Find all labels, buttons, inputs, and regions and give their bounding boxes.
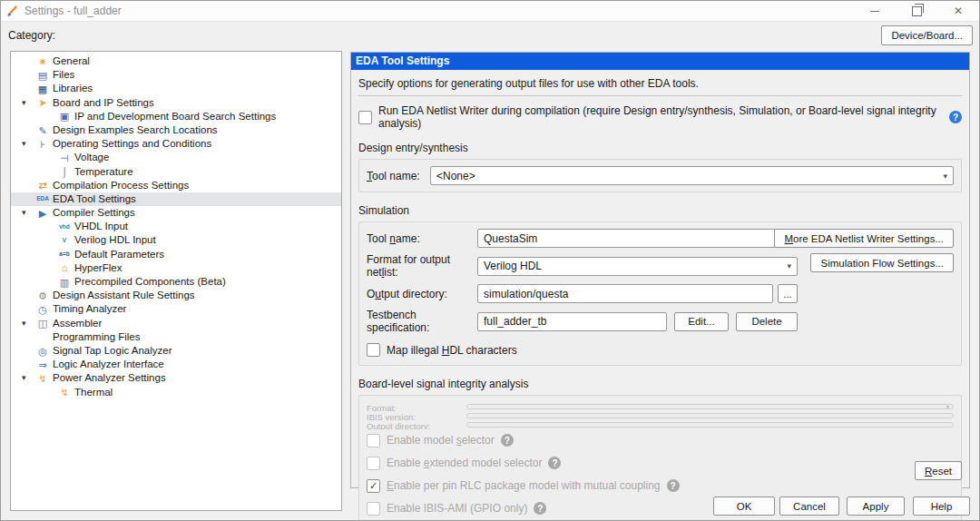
tree-item-eda-tool-settings[interactable]: EDAEDA Tool Settings (11, 192, 341, 206)
reset-button[interactable]: Reset (915, 461, 962, 480)
tree-item-general[interactable]: ✷General (11, 54, 341, 68)
tree-item-assembler[interactable]: ▾◫Assembler (11, 317, 341, 330)
eda-tool-icon: EDA (34, 192, 51, 205)
tree-item-design-assistant-rule-settings[interactable]: ⚙Design Assistant Rule Settings (11, 289, 341, 302)
apply-button[interactable]: Apply (847, 496, 905, 516)
tree-item-label: Logic Analyzer Interface (51, 358, 164, 371)
tree-item-label: Files (51, 68, 74, 82)
bl-output-dir-label: Output directory: (367, 421, 466, 429)
bl-output-dir-field (466, 422, 954, 428)
run-eda-netlist-writer-label: Run EDA Netlist Writer during compilatio… (378, 104, 943, 130)
sim-tool-name-combo[interactable]: QuestaSim ▾ (477, 229, 798, 248)
tree-item-label: VHDL Input (73, 220, 128, 233)
expand-arrow-icon[interactable]: ▾ (18, 137, 34, 151)
category-tree: ✷General▤Files▦Libraries▾➤Board and IP S… (10, 51, 342, 511)
temperature-icon: ⌡ (56, 165, 73, 178)
tree-item-label: Default Parameters (73, 248, 164, 261)
map-illegal-hdl-checkbox[interactable] (367, 343, 380, 357)
tree-item-programming-files[interactable]: Programming Files (11, 330, 341, 344)
default-parameters-icon: a=b (56, 248, 73, 260)
tree-item-label: Libraries (51, 82, 93, 95)
board-level-checkbox-row: Enable model selector? (367, 433, 954, 447)
help-button[interactable]: Help (913, 496, 970, 516)
tree-item-operating-settings-and-conditions[interactable]: ▾⊦Operating Settings and Conditions (11, 137, 341, 151)
tree-item-libraries[interactable]: ▦Libraries (11, 82, 341, 95)
sim-testbench-label: Testbench specification: (367, 309, 477, 334)
sim-testbench-input[interactable] (477, 312, 667, 331)
design-entry-group: Tool name: <None> ▾ (358, 159, 962, 192)
design-assistant-icon: ⚙ (34, 290, 51, 302)
help-icon[interactable]: ? (949, 111, 962, 123)
tree-item-label: EDA Tool Settings (51, 192, 136, 206)
tree-item-label: HyperFlex (73, 261, 122, 275)
sim-output-dir-input[interactable] (477, 284, 773, 303)
checkbox-label: Enable IBIS-AMI (GPIO only) (387, 502, 527, 515)
expand-arrow-icon[interactable]: ▾ (18, 206, 34, 220)
close-button[interactable]: ✕ (937, 1, 979, 21)
divider (358, 95, 962, 96)
precompiled-components-icon: ▥ (56, 276, 73, 289)
tree-item-power-analyzer-settings[interactable]: ▾↯Power Analyzer Settings (11, 371, 341, 385)
hyperflex-icon: ⌂ (56, 261, 73, 274)
window-controls: ✕ (854, 1, 979, 21)
assembler-icon: ◫ (34, 317, 51, 329)
checkbox-label: Enable per pin RLC package model with mu… (387, 479, 661, 492)
tree-item-label: Design Examples Search Locations (51, 123, 218, 137)
tree-item-label: Timing Analyzer (51, 302, 126, 316)
enable-model-selector-checkbox[interactable] (367, 434, 380, 447)
board-level-checkbox-row: Enable extended model selector? (367, 456, 954, 470)
compiler-icon: ▶ (34, 207, 51, 220)
expand-arrow-icon[interactable]: ▾ (18, 371, 34, 385)
board-level-section-label: Board-level signal integrity analysis (358, 378, 962, 390)
run-eda-netlist-writer-checkbox[interactable] (358, 111, 372, 124)
browse-button[interactable]: ... (778, 284, 798, 303)
tree-item-signal-tap-logic-analyzer[interactable]: ◎Signal Tap Logic Analyzer (11, 344, 341, 358)
tree-item-board-and-ip-settings[interactable]: ▾➤Board and IP Settings (11, 96, 341, 110)
device-board-button[interactable]: Device/Board... (881, 25, 973, 45)
expand-arrow-icon[interactable]: ▾ (18, 317, 34, 330)
tree-item-precompiled-components-beta[interactable]: ▥Precompiled Components (Beta) (11, 275, 341, 289)
ok-button[interactable]: OK (713, 496, 775, 516)
tree-item-files[interactable]: ▤Files (11, 68, 341, 82)
tree-item-compiler-settings[interactable]: ▾▶Compiler Settings (11, 206, 341, 220)
tree-item-label: IP and Development Board Search Settings (73, 110, 276, 123)
edit-button[interactable]: Edit... (674, 312, 729, 331)
tree-item-design-examples-search-locations[interactable]: ✎Design Examples Search Locations (11, 123, 341, 137)
enable-extended-model-selector-checkbox[interactable] (367, 457, 380, 470)
cancel-button[interactable]: Cancel (779, 496, 839, 516)
tree-item-vhdl-input[interactable]: vhdVHDL Input (11, 220, 341, 233)
sim-output-dir-label: Output directory: (367, 288, 477, 300)
tree-item-default-parameters[interactable]: a=bDefault Parameters (11, 248, 341, 261)
enable-ibis-ami-gpio-only-checkbox[interactable] (367, 502, 380, 516)
tree-item-ip-and-development-board-search-settings[interactable]: ▣IP and Development Board Search Setting… (11, 110, 341, 123)
minimize-button[interactable] (854, 1, 896, 21)
tree-item-label: General (51, 54, 90, 68)
tree-item-timing-analyzer[interactable]: ◷Timing Analyzer (11, 302, 341, 316)
minimize-icon (870, 11, 879, 12)
signal-tap-icon: ◎ (34, 345, 51, 358)
tree-item-label: Power Analyzer Settings (51, 371, 166, 385)
board-level-clipped-fields: Format: ▾ IBIS version: Output directory… (367, 402, 954, 429)
tree-item-verilog-hdl-input[interactable]: VVerilog HDL Input (11, 233, 341, 247)
timing-analyzer-icon: ◷ (34, 303, 51, 316)
tree-item-logic-analyzer-interface[interactable]: ⇒Logic Analyzer Interface (11, 358, 341, 371)
category-label: Category: (8, 29, 55, 42)
restore-button[interactable] (896, 1, 937, 21)
expand-arrow-icon[interactable]: ▾ (18, 96, 34, 110)
tree-item-hyperflex[interactable]: ⌂HyperFlex (11, 261, 341, 275)
more-eda-netlist-writer-settings-button[interactable]: More EDA Netlist Writer Settings... (774, 229, 954, 248)
bl-ibis-version-label: IBIS version: (367, 412, 466, 420)
de-tool-name-combo[interactable]: <None> ▾ (430, 166, 954, 185)
tree-item-voltage[interactable]: ⊣Voltage (11, 151, 341, 164)
simulation-flow-settings-button[interactable]: Simulation Flow Settings... (810, 253, 954, 272)
simulation-group: Tool name: QuestaSim ▾ Format for output… (358, 221, 962, 366)
tree-item-thermal[interactable]: ↯Thermal (11, 386, 341, 399)
tree-item-label: Precompiled Components (Beta) (73, 275, 226, 289)
tree-item-label: Compiler Settings (51, 206, 135, 220)
tree-item-temperature[interactable]: ⌡Temperature (11, 165, 341, 179)
delete-button[interactable]: Delete (736, 312, 798, 331)
tree-item-compilation-process-settings[interactable]: ⇄Compilation Process Settings (11, 179, 341, 192)
enable-per-pin-rlc-package-model-with-mutual-coupling-checkbox[interactable]: ✓ (367, 479, 380, 493)
sim-format-combo[interactable]: Verilog HDL ▾ (477, 257, 798, 276)
de-tool-name-label: Tool name: (367, 170, 430, 182)
